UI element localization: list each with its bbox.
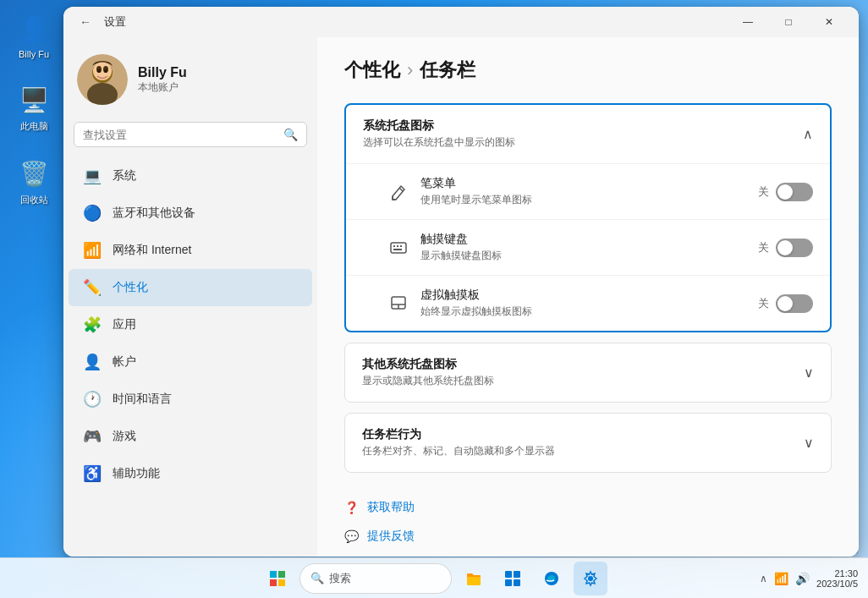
pen-menu-right: 关 — [758, 183, 813, 201]
feedback-item[interactable]: 💬 提供反馈 — [344, 525, 832, 547]
sidebar-item-accessibility[interactable]: ♿ 辅助功能 — [69, 455, 312, 492]
svg-rect-9 — [393, 245, 395, 247]
taskbar-files[interactable] — [496, 562, 530, 595]
other-tray-section: 其他系统托盘图标 显示或隐藏其他系统托盘图标 ∨ — [344, 343, 832, 403]
nav-list: 💻 系统 🔵 蓝牙和其他设备 📶 网络和 Internet ✏️ 个性化 — [63, 157, 317, 492]
virtual-touchpad-status: 关 — [758, 296, 769, 311]
desktop-icon-recycle[interactable]: 🗑️ 回收站 — [14, 153, 54, 210]
virtual-touchpad-right: 关 — [758, 294, 813, 313]
get-help-item[interactable]: ❓ 获取帮助 — [344, 497, 832, 518]
taskbar-search-label: 搜索 — [329, 571, 351, 586]
virtual-touchpad-item: 虚拟触摸板 始终显示虚拟触摸板图标 关 — [346, 276, 830, 331]
sidebar-item-time[interactable]: 🕐 时间和语言 — [69, 381, 312, 418]
search-icon: 🔍 — [283, 128, 298, 141]
touch-keyboard-desc: 显示触摸键盘图标 — [420, 249, 748, 263]
pen-menu-desc: 使用笔时显示笔菜单图标 — [420, 193, 748, 207]
tray-chevron[interactable]: ∧ — [760, 573, 767, 584]
back-button[interactable]: ← — [74, 10, 97, 34]
games-label: 游戏 — [113, 429, 136, 444]
pen-menu-toggle[interactable] — [776, 183, 813, 201]
avatar — [77, 54, 128, 105]
system-tray-title-area: 系统托盘图标 选择可以在系统托盘中显示的图标 — [363, 118, 515, 150]
start-button[interactable] — [261, 562, 294, 595]
system-tray-subtitle: 选择可以在系统托盘中显示的图标 — [363, 135, 515, 150]
system-label: 系统 — [113, 168, 136, 184]
thispc-label: 此电脑 — [20, 120, 48, 133]
svg-point-3 — [93, 62, 112, 80]
desktop-icon-billyfu[interactable]: 👤 Billy Fu — [14, 8, 54, 63]
svg-point-7 — [104, 69, 107, 73]
accounts-label: 帐户 — [113, 354, 136, 370]
pen-menu-item: 笔菜单 使用笔时显示笔菜单图标 关 — [346, 164, 830, 220]
desktop-icon-thispc[interactable]: 🖥️ 此电脑 — [14, 80, 54, 136]
search-input[interactable] — [83, 129, 277, 141]
svg-rect-11 — [400, 245, 402, 247]
sidebar-item-apps[interactable]: 🧩 应用 — [69, 306, 312, 343]
taskbar-right: ∧ 📶 🔊 21:30 2023/10/5 — [760, 568, 858, 589]
accessibility-label: 辅助功能 — [113, 466, 160, 481]
other-tray-header[interactable]: 其他系统托盘图标 显示或隐藏其他系统托盘图标 ∨ — [345, 343, 831, 402]
taskbar-behavior-header[interactable]: 任务栏行为 任务栏对齐、标记、自动隐藏和多个显示器 ∨ — [345, 414, 831, 472]
svg-rect-21 — [505, 571, 512, 578]
sidebar-item-personalization[interactable]: ✏️ 个性化 — [69, 269, 312, 306]
window-controls: — □ ✕ — [728, 9, 849, 35]
touch-keyboard-status: 关 — [758, 240, 769, 255]
settings-window: ← 设置 — □ ✕ — [63, 7, 859, 557]
sidebar-item-bluetooth[interactable]: 🔵 蓝牙和其他设备 — [69, 195, 312, 232]
virtual-touchpad-toggle[interactable] — [776, 294, 813, 313]
title-bar-left: ← 设置 — [74, 10, 126, 34]
taskbar-edge[interactable] — [535, 562, 569, 595]
system-tray-content: 笔菜单 使用笔时显示笔菜单图标 关 — [346, 163, 830, 331]
tray-network-icon: 📶 — [774, 572, 788, 585]
virtual-touchpad-icon — [387, 292, 410, 315]
system-tray-chevron: ∧ — [803, 126, 813, 142]
get-help-icon: ❓ — [344, 501, 359, 514]
virtual-touchpad-name: 虚拟触摸板 — [420, 288, 748, 303]
minimize-button[interactable]: — — [728, 9, 767, 35]
main-content: 个性化 › 任务栏 系统托盘图标 选择可以在系统托盘中显示的图标 ∧ — [317, 37, 859, 557]
sidebar-item-system[interactable]: 💻 系统 — [69, 157, 312, 195]
bluetooth-label: 蓝牙和其他设备 — [113, 206, 195, 221]
network-label: 网络和 Internet — [113, 243, 191, 258]
system-tray-header[interactable]: 系统托盘图标 选择可以在系统托盘中显示的图标 ∧ — [346, 105, 830, 163]
svg-rect-18 — [270, 579, 277, 586]
settings-body: Billy Fu 本地账户 🔍 💻 系统 🔵 — [63, 37, 859, 557]
sidebar-item-games[interactable]: 🎮 游戏 — [69, 418, 312, 455]
svg-rect-24 — [514, 579, 520, 586]
feedback-icon: 💬 — [344, 529, 359, 543]
svg-point-26 — [588, 576, 593, 581]
time-icon: 🕐 — [82, 389, 102, 409]
breadcrumb-separator: › — [407, 59, 413, 81]
user-info: Billy Fu 本地账户 — [138, 65, 187, 95]
sidebar-search[interactable]: 🔍 — [74, 122, 307, 147]
taskbar-behavior-title-area: 任务栏行为 任务栏对齐、标记、自动隐藏和多个显示器 — [362, 427, 555, 458]
tray-date-value: 2023/10/5 — [816, 579, 858, 589]
apps-label: 应用 — [113, 317, 136, 332]
svg-rect-10 — [397, 245, 398, 247]
accessibility-icon: ♿ — [82, 464, 102, 484]
svg-rect-19 — [278, 579, 285, 586]
maximize-button[interactable]: □ — [769, 9, 808, 35]
user-profile[interactable]: Billy Fu 本地账户 — [63, 44, 317, 122]
taskbar-settings[interactable] — [574, 562, 607, 595]
taskbar-explorer[interactable] — [457, 562, 491, 595]
sidebar-item-network[interactable]: 📶 网络和 Internet — [69, 232, 312, 269]
feedback-label: 提供反馈 — [367, 529, 415, 544]
thispc-icon: 🖥️ — [17, 83, 51, 117]
window-title: 设置 — [104, 14, 126, 30]
breadcrumb: 个性化 › 任务栏 — [344, 58, 832, 83]
bluetooth-icon: 🔵 — [82, 203, 102, 223]
get-help-label: 获取帮助 — [367, 500, 415, 515]
personalization-label: 个性化 — [113, 280, 148, 295]
taskbar-search[interactable]: 🔍 搜索 — [299, 563, 452, 594]
taskbar-behavior-section: 任务栏行为 任务栏对齐、标记、自动隐藏和多个显示器 ∨ — [344, 413, 832, 473]
virtual-touchpad-info: 虚拟触摸板 始终显示虚拟触摸板图标 — [420, 288, 748, 319]
user-name: Billy Fu — [138, 65, 187, 80]
sidebar-item-accounts[interactable]: 👤 帐户 — [69, 343, 312, 381]
svg-rect-17 — [278, 571, 285, 578]
accounts-icon: 👤 — [82, 352, 102, 372]
touch-keyboard-right: 关 — [758, 239, 813, 257]
svg-rect-22 — [514, 571, 520, 578]
touch-keyboard-toggle[interactable] — [776, 239, 813, 257]
close-button[interactable]: ✕ — [810, 9, 849, 35]
